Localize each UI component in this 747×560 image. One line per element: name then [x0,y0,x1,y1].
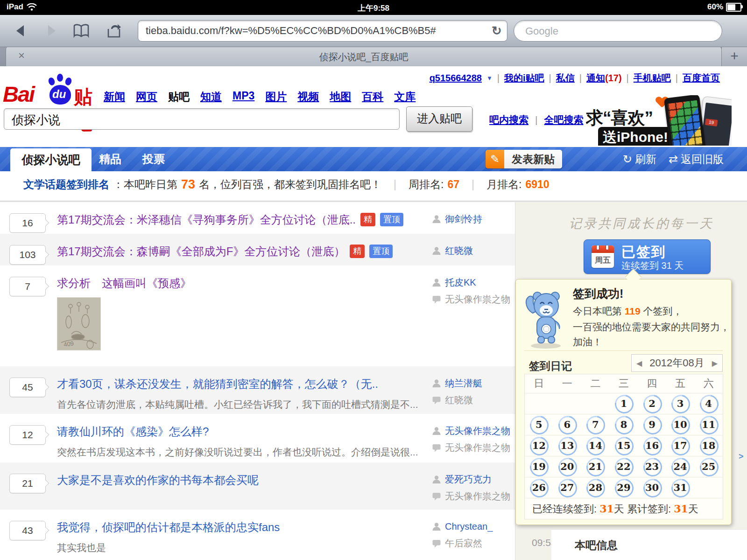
calendar-day: 5 [525,414,553,435]
top-nav: 新闻网页贴吧知道MP3图片视频地图百科文库 [104,90,416,104]
calendar-day: 1 [610,393,638,414]
google-search-input[interactable] [524,25,704,38]
calendar-day: 9 [638,414,666,435]
thread-row: 7求分析 这幅画叫《预感》409托皮KK无头像作祟之物 [0,266,515,366]
calendar-day: 4 [694,393,723,414]
thread-author-link[interactable]: 纳兰潜艇 [445,377,482,390]
tab-featured[interactable]: 精品 [99,147,121,171]
nav-link-2[interactable]: 贴吧 [168,90,190,104]
reply-count-bubble[interactable]: 16 [9,213,46,233]
my-tieba-link[interactable]: 我的i贴吧 [504,72,544,84]
new-post-button[interactable]: ✎ 发表新贴 [486,150,562,168]
pencil-icon: ✎ [486,150,504,168]
calendar-day: 6 [553,414,582,435]
nav-link-8[interactable]: 百科 [362,90,383,104]
tieba-search-box [4,108,400,130]
next-month-button[interactable]: ▶ [712,359,718,368]
url-bar[interactable]: tieba.baidu.com/f?kw=%D5%EC%CC%BD%D0%A1%… [138,20,507,42]
featured-badge: 精 [350,245,365,258]
last-replier: 红晓微 [445,394,473,406]
thread-author-link[interactable]: 无头像作祟之物 [445,425,510,437]
thread-author-link[interactable]: Chrystean_ [445,521,493,532]
reply-bubble-icon [432,443,441,452]
thread-thumbnail[interactable]: 409 [57,297,101,350]
thread-author-link[interactable]: 红晓微 [445,245,473,257]
bookmarks-icon[interactable] [71,21,92,40]
calendar-day: 19 [525,456,553,477]
tab-vote[interactable]: 投票 [142,147,165,171]
reply-count-bubble[interactable]: 7 [9,277,46,296]
nav-link-0[interactable]: 新闻 [104,90,125,104]
thread-title-link[interactable]: 求分析 这幅画叫《预感》 [57,277,191,289]
thread-row: 16第17期交流会：米泽穗信《寻狗事务所》全方位讨论（泄底..精置顶御剑怜持 [0,202,515,234]
chevron-down-icon[interactable]: ▼ [486,75,493,82]
reply-bubble-icon [432,539,441,548]
month-selector: ◀ 2012年08月 ▶ [631,354,723,372]
thread-title-link[interactable]: 我觉得，侦探吧的估计都是本格派的忠实fans [57,521,280,533]
back-button[interactable] [10,21,31,40]
nav-link-9[interactable]: 文库 [394,90,416,104]
thread-title-link[interactable]: 第17期交流会：森博嗣《全部成为F》全方位讨论（泄底） [57,245,345,258]
signed-in-button[interactable]: 周五 已签到 连续签到 31 天 [584,239,711,274]
thread-author-link[interactable]: 托皮KK [445,276,476,289]
thread-title-link[interactable]: 第17期交流会：米泽穗信《寻狗事务所》全方位讨论（泄底.. [57,213,356,226]
last-replier: 无头像作祟之物 [445,490,510,503]
ranking-link[interactable]: 文学话题签到排名 [23,177,109,192]
nav-link-7[interactable]: 地图 [330,90,351,104]
reply-count-bubble[interactable]: 45 [9,378,46,397]
thread-author-link[interactable]: 御剑怜持 [445,213,482,225]
thread-author-link[interactable]: 爱死巧克力 [445,473,492,486]
tab-forum-home[interactable]: 侦探小说吧 [10,148,92,171]
google-search-field[interactable] [514,20,722,42]
messages-link[interactable]: 私信 [556,72,575,84]
thread-title-link[interactable]: 请教仙川环的《感染》怎么样? [57,425,209,438]
calendar-day: 25 [694,456,723,477]
baidu-home-link[interactable]: 百度首页 [683,72,720,84]
reply-count-bubble[interactable]: 43 [9,521,46,540]
person-icon [432,214,441,224]
nav-link-1[interactable]: 网页 [136,90,157,104]
username-link[interactable]: q515664288 [430,73,482,84]
switch-icon: ⇄ [669,153,678,165]
mobile-tieba-link[interactable]: 手机贴吧 [634,72,671,84]
baidu-logo[interactable]: Bai du 贴吧 [3,71,101,108]
thread-title-link[interactable]: 才看30页，谋杀还没发生，就能猜到密室的解答，怎么破？（无.. [57,378,378,390]
search-in-forum-link[interactable]: 吧内搜索 [489,113,529,126]
thread-title-link[interactable]: 大家是不是喜欢的作家的书每本都会买呢 [57,474,259,486]
forum-info-panel: 本吧信息 [551,529,747,560]
reply-count: 21 [22,478,33,489]
reply-count-bubble[interactable]: 12 [9,425,46,445]
tieba-search-input[interactable] [11,112,386,128]
reply-count: 16 [22,217,33,228]
notifications-link[interactable]: 通知 [586,73,605,83]
reply-count-bubble[interactable]: 103 [9,245,46,265]
search-all-forums-link[interactable]: 全吧搜索 [544,113,583,126]
person-icon [432,278,441,287]
calendar-day: 10 [666,414,695,435]
reload-icon[interactable]: ↻ [486,24,507,38]
new-tab-button[interactable]: + [721,47,747,66]
old-version-button[interactable]: ⇄返回旧版 [669,152,724,167]
enter-tieba-button[interactable]: 进入贴吧 [406,106,472,132]
consecutive-days: 31 [599,503,614,515]
iphone-ad-banner[interactable]: 求“喜欢” 送iPhone! 19 [586,95,732,146]
search-scope-links: 吧内搜索 | 全吧搜索 [489,113,583,126]
thread-snippet: 其实我也是 [57,541,421,554]
prev-month-button[interactable]: ◀ [636,359,642,368]
nav-link-5[interactable]: 图片 [265,90,287,104]
person-icon [432,522,441,531]
forward-button[interactable] [41,21,62,40]
reply-bubble-icon [432,491,441,501]
nav-link-3[interactable]: 知道 [200,90,222,104]
nav-link-4[interactable]: MP3 [233,90,254,104]
popup-title: 签到成功! [573,286,623,301]
calendar-day: 31 [666,477,695,498]
reply-count-bubble[interactable]: 21 [9,474,46,493]
share-icon[interactable] [104,21,124,40]
browser-tab[interactable]: × 侦探小说吧_百度贴吧 [6,47,722,66]
calendar-empty-cell [525,393,553,414]
total-days: 31 [674,503,688,515]
nav-link-6[interactable]: 视频 [297,90,319,104]
refresh-button[interactable]: ↻刷新 [623,152,656,167]
url-text: tieba.baidu.com/f?kw=%D5%EC%CC%BD%D0%A1%… [146,25,486,37]
